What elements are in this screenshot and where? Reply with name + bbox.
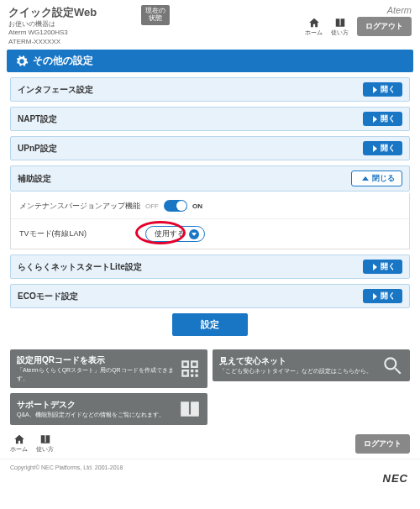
card-title: 見えて安心ネット (219, 355, 376, 367)
panel-label: 補助設定 (18, 173, 51, 185)
triangle-icon (373, 116, 377, 123)
panel-upnp[interactable]: UPnP設定 開く (10, 136, 410, 160)
device-label: お使いの機器は (8, 20, 131, 29)
brand-logo: Aterm (305, 5, 412, 15)
chevron-up-icon (362, 176, 369, 181)
card-desc: Q&A、機能別設定ガイドなどの情報をご覧になれます。 (17, 411, 174, 419)
card-title: サポートデスク (17, 399, 174, 411)
card-title: 設定用QRコードを表示 (17, 354, 174, 366)
switch-icon (164, 200, 187, 212)
home-label: ホーム (10, 445, 28, 454)
open-text: 開く (381, 143, 396, 154)
usage-link[interactable]: 使い方 (331, 17, 349, 37)
panel-rakuraku[interactable]: らくらくネットスタートLite設定 開く (10, 254, 410, 279)
open-chip[interactable]: 開く (363, 289, 402, 303)
dropdown-value: 使用する (155, 228, 185, 239)
copyright: Copyright© NEC Platforms, Ltd. 2001-2018 (0, 459, 420, 472)
info-cards: 設定用QRコードを表示「AtermらくらくQRスタート」用のQRコードを作成でき… (0, 349, 420, 430)
panel-napt[interactable]: NAPT設定 開く (10, 107, 410, 131)
device-model: Aterm WG1200HS3 (8, 29, 131, 37)
magnifier-icon (381, 354, 403, 376)
section-title: その他の設定 (33, 54, 93, 68)
panel-eco[interactable]: ECOモード設定 開く (10, 284, 410, 308)
row-maintenance: メンテナンスバージョンアップ機能 OFF ON (11, 193, 409, 219)
nec-logo: NEC (0, 472, 420, 488)
triangle-icon (373, 293, 377, 300)
close-text: 閉じる (372, 173, 395, 184)
close-chip[interactable]: 閉じる (351, 171, 402, 186)
usage-label: 使い方 (36, 445, 54, 454)
row-tvmode: TVモード(有線LAN) 使用する (11, 219, 409, 249)
open-chip[interactable]: 開く (363, 141, 402, 155)
footer: ホーム 使い方 ログアウト (0, 430, 420, 457)
current-status-button[interactable]: 現在の 状態 (141, 5, 170, 25)
page-title: クイック設定Web (8, 5, 131, 20)
apply-button[interactable]: 設定 (172, 313, 248, 336)
home-icon (307, 17, 321, 29)
triangle-icon (373, 264, 377, 270)
footer-home-link[interactable]: ホーム (10, 433, 28, 454)
qr-icon (179, 358, 201, 380)
open-text: 開く (381, 113, 396, 124)
home-icon (13, 433, 26, 445)
panel-label: らくらくネットスタートLite設定 (18, 261, 142, 273)
maintenance-toggle[interactable]: OFF ON (145, 200, 202, 212)
home-link[interactable]: ホーム (305, 17, 323, 37)
tvmode-dropdown[interactable]: 使用する (145, 226, 205, 242)
home-label: ホーム (305, 29, 323, 37)
open-chip[interactable]: 開く (363, 260, 402, 274)
panel-label: インタフェース設定 (18, 84, 93, 96)
triangle-icon (373, 87, 377, 93)
book-open-icon (179, 398, 201, 420)
book-icon (333, 17, 347, 29)
footer-usage-link[interactable]: 使い方 (36, 433, 54, 454)
panel-label: NAPT設定 (18, 113, 57, 125)
panel-label: UPnP設定 (18, 143, 57, 155)
logout-button[interactable]: ログアウト (357, 17, 412, 36)
card-qr[interactable]: 設定用QRコードを表示「AtermらくらくQRスタート」用のQRコードを作成でき… (10, 349, 207, 388)
main-content: インタフェース設定 開く NAPT設定 開く UPnP設定 開く 補助設定 閉じ… (0, 72, 420, 349)
panel-label: ECOモード設定 (18, 291, 78, 302)
panel-aux[interactable]: 補助設定 閉じる (10, 165, 410, 192)
aux-settings-body: メンテナンスバージョンアップ機能 OFF ON TVモード(有線LAN) 使用す… (10, 193, 410, 249)
card-desc: 「AtermらくらくQRスタート」用のQRコードを作成できます。 (17, 366, 174, 383)
card-desc: 「こども安心ネットタイマー」などの設定はこちらから。 (219, 367, 376, 375)
footer-logout-button[interactable]: ログアウト (355, 434, 410, 454)
row-label: メンテナンスバージョンアップ機能 (19, 201, 145, 212)
card-anshin[interactable]: 見えて安心ネット「こども安心ネットタイマー」などの設定はこちらから。 (213, 349, 410, 381)
device-id: ATERM-XXXXXX (8, 38, 131, 46)
gear-icon (15, 55, 29, 68)
chevron-down-icon (189, 229, 199, 239)
section-header: その他の設定 (7, 50, 413, 72)
on-label: ON (192, 202, 202, 210)
open-chip[interactable]: 開く (363, 112, 402, 126)
row-label: TVモード(有線LAN) (19, 228, 145, 239)
header: クイック設定Web お使いの機器は Aterm WG1200HS3 ATERM-… (0, 0, 420, 50)
book-icon (39, 433, 52, 445)
triangle-icon (373, 145, 377, 152)
open-text: 開く (381, 84, 396, 95)
usage-label: 使い方 (331, 29, 349, 37)
panel-interface[interactable]: インタフェース設定 開く (10, 77, 410, 102)
open-text: 開く (381, 291, 396, 302)
open-chip[interactable]: 開く (363, 82, 402, 97)
off-label: OFF (145, 202, 159, 210)
svg-point-0 (385, 359, 396, 370)
open-text: 開く (381, 261, 396, 272)
card-support[interactable]: サポートデスクQ&A、機能別設定ガイドなどの情報をご覧になれます。 (10, 393, 207, 425)
